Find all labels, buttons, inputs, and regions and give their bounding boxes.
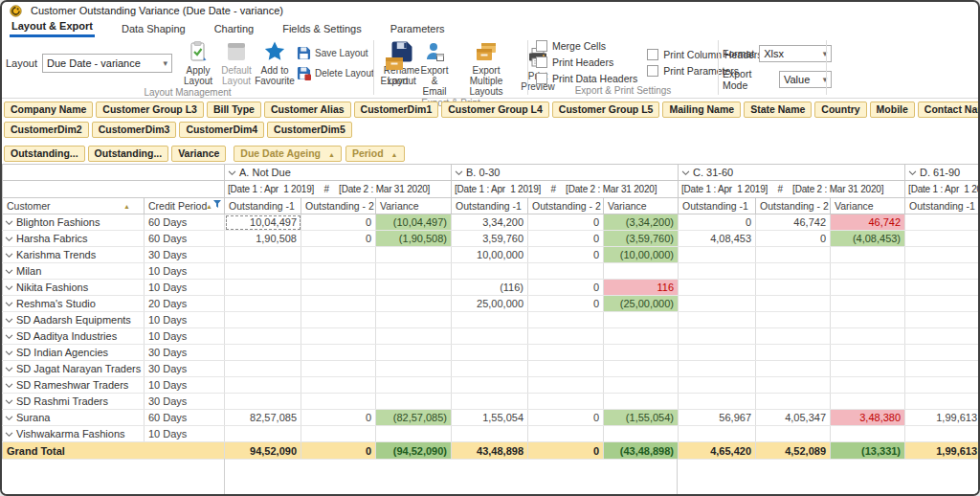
value-cell[interactable] xyxy=(225,247,301,263)
export-button[interactable]: Export xyxy=(378,50,411,87)
customer-cell[interactable]: Milan xyxy=(3,263,145,280)
field-chip[interactable]: CustomerDim1 xyxy=(354,101,439,118)
customer-cell[interactable]: SD Rameshwar Traders xyxy=(3,377,145,394)
measure-column-header[interactable]: Outstanding -1 xyxy=(679,198,756,214)
grand-total-cell[interactable]: (43,48,898) xyxy=(604,442,679,460)
value-cell[interactable]: (3,34,200) xyxy=(604,214,679,231)
value-cell[interactable] xyxy=(604,394,679,410)
value-cell[interactable] xyxy=(301,345,376,361)
value-cell[interactable] xyxy=(905,214,978,231)
value-cell[interactable] xyxy=(528,312,604,328)
value-cell[interactable] xyxy=(376,345,452,361)
value-cell[interactable] xyxy=(376,280,452,296)
value-cell[interactable] xyxy=(376,247,452,263)
credit-period-cell[interactable]: 10 Days xyxy=(145,280,225,296)
value-cell[interactable] xyxy=(225,280,301,296)
value-cell[interactable] xyxy=(301,296,376,312)
grand-total-cell[interactable]: 94,52,090 xyxy=(225,442,301,460)
customer-cell[interactable]: SD Rashmi Traders xyxy=(3,394,145,410)
value-cell[interactable] xyxy=(452,361,528,377)
value-cell[interactable]: 0 xyxy=(301,410,376,426)
apply-layout-button[interactable]: Apply Layout xyxy=(182,39,214,87)
value-cell[interactable]: 0 xyxy=(301,214,376,231)
value-cell[interactable] xyxy=(905,345,978,361)
value-cell[interactable] xyxy=(604,361,679,377)
field-chip[interactable]: CustomerDim4 xyxy=(179,122,264,138)
measure-column-header[interactable]: Variance xyxy=(376,198,452,214)
value-cell[interactable]: (82,57,085) xyxy=(376,410,452,426)
credit-period-cell[interactable]: 10 Days xyxy=(145,263,225,280)
customer-cell[interactable]: Nikita Fashions xyxy=(3,280,145,296)
customer-cell[interactable]: Vishwakarma Fashions xyxy=(3,426,145,442)
value-cell[interactable] xyxy=(905,263,978,280)
field-chip[interactable]: CustomerDim3 xyxy=(92,122,177,138)
value-cell[interactable] xyxy=(905,247,978,263)
value-cell[interactable]: (10,04,497) xyxy=(376,214,452,231)
value-cell[interactable]: (1,55,054) xyxy=(604,410,679,426)
value-cell[interactable] xyxy=(756,394,831,410)
credit-period-cell[interactable]: 10 Days xyxy=(145,312,225,328)
value-cell[interactable]: 46,742 xyxy=(831,214,905,231)
value-cell[interactable] xyxy=(831,296,905,312)
value-cell[interactable]: 10,00,000 xyxy=(452,247,528,263)
measure-column-header[interactable]: Outstanding - 2 xyxy=(528,198,604,214)
field-chip[interactable]: State Name xyxy=(744,101,812,118)
field-chip[interactable]: Variance xyxy=(171,146,226,162)
value-cell[interactable] xyxy=(225,394,301,410)
value-cell[interactable] xyxy=(679,247,756,263)
value-cell[interactable] xyxy=(301,247,376,263)
value-cell[interactable]: 82,57,085 xyxy=(225,410,301,426)
value-cell[interactable] xyxy=(225,312,301,328)
value-cell[interactable] xyxy=(452,263,528,280)
export-mode-select[interactable]: Value▾ xyxy=(779,71,832,88)
value-cell[interactable] xyxy=(831,377,905,394)
value-cell[interactable] xyxy=(452,345,528,361)
value-cell[interactable] xyxy=(905,280,978,296)
field-chip[interactable]: Bill Type xyxy=(207,101,261,118)
value-cell[interactable] xyxy=(679,361,756,377)
value-cell[interactable] xyxy=(225,377,301,394)
value-cell[interactable]: 0 xyxy=(301,231,376,247)
chevron-down-icon[interactable] xyxy=(5,399,13,405)
value-cell[interactable] xyxy=(225,361,301,377)
value-cell[interactable] xyxy=(225,263,301,280)
credit-period-cell[interactable]: 60 Days xyxy=(145,214,225,231)
field-chip[interactable]: Company Name xyxy=(4,101,93,118)
chevron-down-icon[interactable] xyxy=(5,334,13,340)
value-cell[interactable] xyxy=(452,394,528,410)
field-chip[interactable]: CustomerDim2 xyxy=(4,122,89,138)
value-cell[interactable] xyxy=(604,312,679,328)
value-cell[interactable] xyxy=(679,394,756,410)
value-cell[interactable] xyxy=(301,361,376,377)
value-cell[interactable] xyxy=(905,296,978,312)
value-cell[interactable]: 0 xyxy=(528,214,604,231)
value-cell[interactable] xyxy=(756,328,831,345)
value-cell[interactable]: (25,00,000) xyxy=(604,296,679,312)
value-cell[interactable] xyxy=(679,328,756,345)
value-cell[interactable]: 4,05,347 xyxy=(756,410,831,426)
grand-total-cell[interactable]: 4,65,420 xyxy=(679,442,756,460)
measure-column-header[interactable]: Outstanding -1 xyxy=(225,198,301,214)
value-cell[interactable] xyxy=(756,296,831,312)
value-cell[interactable] xyxy=(301,328,376,345)
value-cell[interactable]: (3,59,760) xyxy=(604,231,679,247)
tab-layout-export[interactable]: Layout & Export xyxy=(10,20,95,37)
checkbox-print-data-headers[interactable]: Print Data Headers xyxy=(536,73,637,84)
value-cell[interactable] xyxy=(604,263,679,280)
field-chip[interactable]: Customer Alias xyxy=(264,101,351,118)
value-cell[interactable]: (4,08,453) xyxy=(831,231,905,247)
tab-data-shaping[interactable]: Data Shaping xyxy=(120,23,188,37)
chevron-down-icon[interactable] xyxy=(5,237,13,242)
field-chip[interactable]: Period▲ xyxy=(345,146,405,162)
measure-column-header[interactable]: Variance xyxy=(831,198,905,214)
chevron-down-icon[interactable] xyxy=(5,318,13,324)
customer-column-header[interactable]: Customer▲ xyxy=(3,198,145,214)
value-cell[interactable] xyxy=(604,426,679,442)
value-cell[interactable] xyxy=(301,426,376,442)
export-multiple-layouts-button[interactable]: Export Multiple Layouts xyxy=(458,39,514,98)
value-cell[interactable] xyxy=(225,426,301,442)
value-cell[interactable] xyxy=(831,361,905,377)
value-cell[interactable] xyxy=(528,394,604,410)
customer-cell[interactable]: Harsha Fabrics xyxy=(3,231,145,247)
filter-funnel-icon[interactable] xyxy=(213,200,222,209)
